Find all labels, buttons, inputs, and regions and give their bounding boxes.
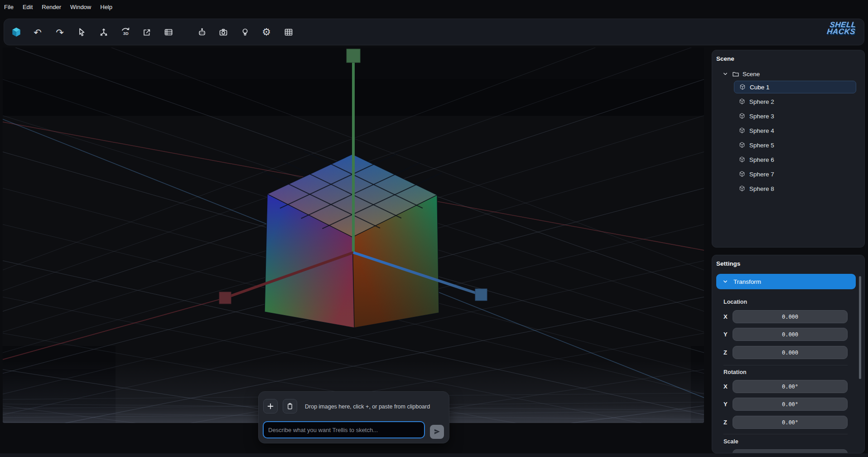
scene-object-row[interactable]: Sphere 6 (734, 153, 856, 166)
box-icon (738, 127, 746, 134)
location-z-row: Z 0.000 (712, 346, 864, 359)
viewport-scene (3, 48, 704, 423)
svg-text:3D: 3D (123, 31, 129, 36)
scene-object-label: Sphere 8 (749, 185, 774, 192)
rotation-x-row: X 0.00° (712, 380, 864, 393)
chevron-down-icon[interactable] (722, 70, 729, 78)
gizmo-z-handle[interactable] (347, 49, 360, 63)
location-y-row: Y 0.000 (712, 328, 864, 341)
rotation-y-field[interactable]: 0.00° (733, 398, 848, 411)
axis-label-z: Z (723, 419, 727, 426)
scene-object-row[interactable]: Cube 1 (734, 81, 856, 93)
scene-root-node[interactable]: Scene (722, 68, 760, 79)
grid-view-icon[interactable] (281, 25, 296, 39)
axis-label-x: X (723, 383, 728, 390)
settings-panel-title: Settings (716, 260, 740, 267)
move-tool-icon[interactable] (96, 25, 111, 39)
section-divider (723, 365, 848, 365)
box-icon (738, 112, 746, 120)
settings-panel: Settings Transform Location X 0.000 Y 0.… (712, 255, 865, 453)
location-z-field[interactable]: 0.000 (733, 346, 848, 359)
transform-section-label: Transform (733, 278, 761, 285)
robot-assistant-icon[interactable] (195, 25, 209, 39)
scene-object-row[interactable]: Sphere 2 (734, 95, 856, 108)
scene-object-label: Cube 1 (750, 84, 770, 91)
add-image-button[interactable] (263, 399, 278, 413)
menu-window[interactable]: Window (70, 4, 91, 10)
location-y-field[interactable]: 0.000 (733, 328, 848, 341)
folder-icon (732, 70, 740, 78)
location-group-label: Location (723, 299, 747, 305)
box-icon (738, 156, 746, 163)
viewport-canvas[interactable] (3, 48, 704, 423)
camera-icon[interactable] (216, 25, 231, 39)
menu-help[interactable]: Help (100, 4, 112, 10)
rotation-group-label: Rotation (723, 369, 747, 375)
scene-object-row[interactable]: Sphere 3 (734, 110, 856, 122)
scene-panel: Scene Scene Cube 1Sphere 2Sphere 3Sphere… (712, 50, 865, 248)
scene-object-label: Sphere 6 (749, 156, 774, 163)
menu-render[interactable]: Render (42, 4, 61, 10)
box-icon (738, 98, 746, 105)
rotation-z-field[interactable]: 0.00° (733, 416, 848, 429)
select-cursor-icon[interactable] (74, 25, 89, 39)
scale-group-label: Scale (723, 438, 738, 445)
plus-icon (266, 402, 275, 411)
scene-object-row[interactable]: Sphere 5 (734, 139, 856, 151)
box-icon (739, 83, 746, 91)
scene-object-label: Sphere 4 (749, 127, 774, 134)
box-icon (738, 141, 746, 149)
rotation-y-row: Y 0.00° (712, 398, 864, 411)
scale-x-field[interactable] (733, 449, 848, 453)
menu-edit[interactable]: Edit (23, 4, 33, 10)
drop-images-hint: Drop images here, click +, or paste from… (305, 404, 430, 410)
pop-out-icon[interactable] (140, 25, 154, 39)
shellhacks-logo: SHELL HACKS (826, 21, 856, 35)
paste-clipboard-button[interactable] (283, 399, 297, 413)
rotate-3d-icon[interactable]: 3D (118, 25, 133, 39)
settings-scrollbar[interactable] (859, 276, 861, 379)
scene-tree: Cube 1Sphere 2Sphere 3Sphere 4Sphere 5Sp… (734, 81, 856, 197)
scale-x-row (712, 449, 864, 453)
transform-section-header[interactable]: Transform (716, 274, 856, 289)
axis-label-y: Y (723, 401, 728, 408)
settings-gear-icon[interactable]: ⚙ (259, 25, 274, 39)
location-x-field[interactable]: 0.000 (733, 310, 848, 323)
shellhacks-logo-line2: HACKS (826, 28, 856, 35)
scene-panel-title: Scene (716, 55, 734, 62)
clipboard-icon (285, 402, 294, 411)
sketch-prompt-input[interactable] (263, 421, 425, 438)
box-icon (738, 170, 746, 178)
undo-icon[interactable]: ↶ (30, 25, 45, 39)
toolbar: ↶ ↷ 3D (4, 19, 864, 45)
scene-object-row[interactable]: Sphere 7 (734, 168, 856, 180)
chevron-down-icon (722, 278, 729, 285)
scene-object-label: Sphere 2 (749, 98, 774, 105)
list-view-icon[interactable] (161, 25, 176, 39)
axis-label-y: Y (723, 331, 728, 338)
scene-object-row[interactable]: Sphere 4 (734, 124, 856, 137)
rotation-z-row: Z 0.00° (712, 416, 864, 429)
section-divider (723, 434, 848, 434)
redo-icon[interactable]: ↷ (53, 25, 67, 39)
axis-label-z: Z (723, 349, 727, 356)
axis-label-x: X (723, 313, 728, 320)
menu-bar: File Edit Render Window Help (0, 0, 868, 14)
box-icon (738, 185, 746, 192)
gizmo-y-handle[interactable] (475, 289, 487, 301)
scene-object-label: Sphere 3 (749, 113, 774, 120)
scene-root-label: Scene (743, 71, 760, 78)
send-button[interactable] (430, 425, 444, 439)
cube-object[interactable] (261, 151, 441, 328)
rotation-x-field[interactable]: 0.00° (733, 380, 848, 393)
gizmo-x-handle[interactable] (219, 292, 231, 304)
scene-object-row[interactable]: Sphere 8 (734, 182, 856, 195)
sketch-prompt-panel: Drop images here, click +, or paste from… (258, 391, 449, 443)
app-logo-cube-icon (9, 25, 24, 39)
light-icon[interactable] (238, 25, 252, 39)
floor-x-axis-line-near (3, 298, 225, 360)
scene-object-label: Sphere 5 (749, 142, 774, 149)
scene-object-label: Sphere 7 (749, 171, 774, 178)
menu-file[interactable]: File (4, 4, 14, 10)
send-icon (433, 428, 441, 436)
